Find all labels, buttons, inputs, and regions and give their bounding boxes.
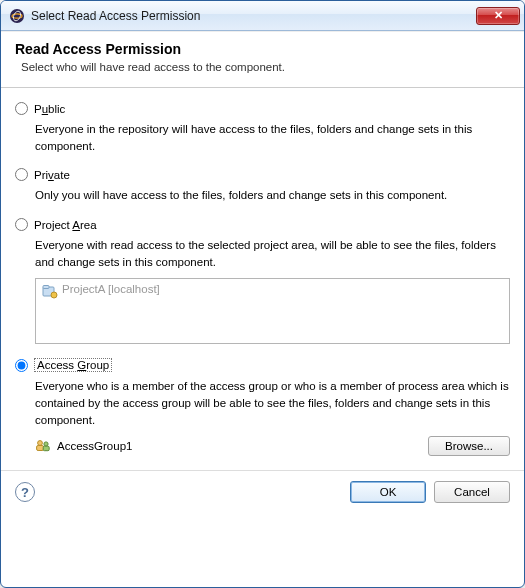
eclipse-icon — [9, 8, 25, 24]
titlebar: Select Read Access Permission ✕ — [1, 1, 524, 31]
svg-point-5 — [51, 292, 57, 298]
radio-project-area[interactable] — [15, 218, 28, 231]
desc-access-group: Everyone who is a member of the access g… — [35, 378, 510, 428]
option-access-group: Access Group Everyone who is a member of… — [15, 358, 510, 456]
svg-point-8 — [44, 442, 48, 446]
svg-rect-7 — [37, 446, 44, 451]
cancel-button[interactable]: Cancel — [434, 481, 510, 503]
content-area: Public Everyone in the repository will h… — [1, 88, 524, 470]
close-icon: ✕ — [494, 10, 503, 21]
desc-private: Only you will have access to the files, … — [35, 187, 510, 204]
radio-access-group[interactable] — [15, 359, 28, 372]
access-group-icon — [35, 438, 51, 454]
option-project-area: Project Area Everyone with read access t… — [15, 218, 510, 344]
radio-access-group-label[interactable]: Access Group — [34, 358, 112, 372]
close-button[interactable]: ✕ — [476, 7, 520, 25]
option-private: Private Only you will have access to the… — [15, 168, 510, 204]
option-public: Public Everyone in the repository will h… — [15, 102, 510, 154]
project-area-list[interactable]: ProjectA [localhost] — [35, 278, 510, 344]
page-subtitle: Select who will have read access to the … — [21, 61, 510, 73]
browse-button[interactable]: Browse... — [428, 436, 510, 456]
header-banner: Read Access Permission Select who will h… — [1, 31, 524, 88]
svg-rect-9 — [43, 447, 49, 452]
desc-public: Everyone in the repository will have acc… — [35, 121, 510, 154]
radio-private-label[interactable]: Private — [34, 169, 70, 181]
svg-rect-4 — [43, 286, 49, 289]
project-icon — [42, 283, 58, 299]
footer: ? OK Cancel — [1, 470, 524, 517]
help-icon[interactable]: ? — [15, 482, 35, 502]
radio-project-area-label[interactable]: Project Area — [34, 219, 97, 231]
radio-public[interactable] — [15, 102, 28, 115]
svg-point-6 — [38, 441, 43, 446]
window-title: Select Read Access Permission — [31, 9, 476, 23]
project-area-item: ProjectA [localhost] — [62, 283, 160, 295]
ok-button[interactable]: OK — [350, 481, 426, 503]
radio-public-label[interactable]: Public — [34, 103, 65, 115]
access-group-selected: AccessGroup1 — [57, 440, 422, 452]
page-title: Read Access Permission — [15, 41, 510, 57]
radio-private[interactable] — [15, 168, 28, 181]
desc-project-area: Everyone with read access to the selecte… — [35, 237, 510, 270]
